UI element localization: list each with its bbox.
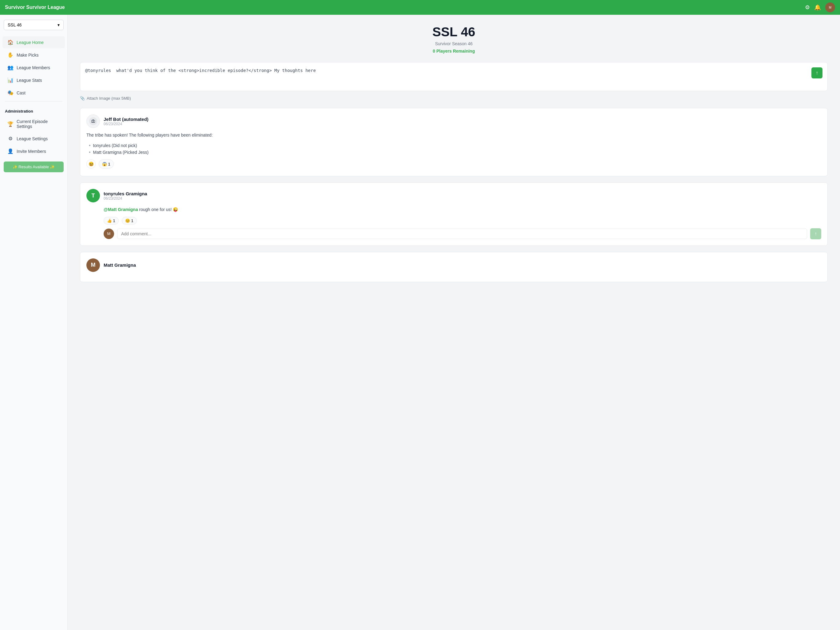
- sidebar-item-league-home[interactable]: 🏠 League Home: [2, 36, 65, 48]
- sidebar-item-label: Invite Members: [17, 149, 46, 154]
- topnav-icons: ⚙ 🔔 M: [805, 2, 835, 12]
- results-available-button[interactable]: ✨ Results Available ✨: [4, 161, 64, 172]
- stats-icon: 📊: [7, 77, 14, 83]
- invite-icon: 👤: [7, 148, 14, 154]
- league-select-value: SSL 46: [8, 22, 22, 27]
- gear-icon: ⚙: [7, 136, 14, 141]
- feed-card-jeffbot: Jeff Bot (automated) 06/23/2024 The trib…: [80, 108, 828, 176]
- compose-box: @tonyrules what'd you think of the <stro…: [80, 62, 828, 91]
- main-content: SSL 46 Survivor Season 46 0 Players Rema…: [68, 15, 840, 630]
- feed-author-info: tonyrules Gramigna 06/23/2024: [104, 191, 147, 201]
- sidebar-item-label: Cast: [17, 90, 25, 95]
- compose-submit-button[interactable]: ↑: [812, 67, 823, 78]
- feed-date: 06/23/2024: [104, 196, 147, 201]
- list-item: tonyrules (Did not pick): [89, 142, 821, 149]
- paperclip-icon: 📎: [80, 96, 85, 101]
- comment-row: M ↑: [104, 228, 821, 239]
- bell-icon[interactable]: 🔔: [814, 4, 821, 11]
- attach-label: Attach Image (max 5MB): [87, 96, 131, 101]
- feed-author-name: Jeff Bot (automated): [104, 117, 148, 122]
- cast-icon: 🎭: [7, 90, 14, 96]
- reaction-shocked[interactable]: 😱 1: [99, 159, 114, 169]
- reactions-row: 😆 😱 1: [87, 159, 821, 169]
- reply-text: rough one for us! 😜: [139, 207, 178, 212]
- app-title: Survivor Survivor League: [5, 5, 65, 10]
- admin-section-title: Administration: [0, 104, 67, 116]
- feed-date: 06/23/2024: [104, 122, 148, 126]
- picks-icon: ✋: [7, 52, 14, 58]
- jeffbot-avatar: [87, 114, 100, 128]
- svg-point-3: [93, 120, 95, 122]
- svg-rect-4: [93, 119, 94, 120]
- topnav: Survivor Survivor League ⚙ 🔔 M: [0, 0, 840, 15]
- chevron-down-icon: ▾: [57, 22, 60, 27]
- trophy-icon: 🏆: [7, 121, 14, 127]
- feed-author-info: Jeff Bot (automated) 06/23/2024: [104, 117, 148, 126]
- svg-point-2: [92, 120, 93, 122]
- players-remaining-badge: 0 Players Remaining: [80, 49, 828, 54]
- mattgramigna-avatar: M: [87, 258, 100, 272]
- feed-body: The tribe has spoken! The following play…: [87, 131, 821, 138]
- sidebar-item-label: League Members: [17, 65, 50, 70]
- eliminated-list: tonyrules (Did not pick) Matt Gramigna (…: [89, 142, 821, 156]
- feed-card-header: Jeff Bot (automated) 06/23/2024: [87, 114, 821, 128]
- robot-icon: [89, 117, 98, 125]
- app-layout: SSL 46 ▾ 🏠 League Home ✋ Make Picks 👥 Le…: [0, 15, 840, 630]
- sidebar-item-league-members[interactable]: 👥 League Members: [2, 62, 65, 73]
- reply-content: @Matt Gramigna rough one for us! 😜 👍 1 😊…: [104, 206, 821, 239]
- reactions-row: 👍 1 😊 1: [104, 217, 821, 225]
- feed-author-name: Matt Gramigna: [104, 263, 136, 268]
- sidebar-divider: [5, 101, 62, 101]
- feed-author-info: Matt Gramigna: [104, 263, 136, 268]
- sidebar-item-label: League Home: [17, 40, 44, 45]
- attach-image-row[interactable]: 📎 Attach Image (max 5MB): [80, 96, 828, 101]
- feed-card-header: T tonyrules Gramigna 06/23/2024: [87, 189, 821, 203]
- settings-icon[interactable]: ⚙: [805, 4, 810, 11]
- home-icon: 🏠: [7, 40, 14, 45]
- sidebar-nav: 🏠 League Home ✋ Make Picks 👥 League Memb…: [0, 36, 67, 99]
- comment-input[interactable]: [117, 229, 807, 239]
- sidebar-item-invite-members[interactable]: 👤 Invite Members: [2, 145, 65, 157]
- sidebar-item-cast[interactable]: 🎭 Cast: [2, 87, 65, 99]
- sidebar-item-label: Current Episode Settings: [17, 119, 60, 129]
- feed-card-header: M Matt Gramigna: [87, 258, 821, 272]
- commenter-avatar: M: [104, 229, 114, 239]
- feed-body: @Matt Gramigna rough one for us! 😜: [104, 206, 821, 213]
- compose-input[interactable]: @tonyrules what'd you think of the <stro…: [85, 67, 808, 86]
- feed-card-mattgramigna: M Matt Gramigna: [80, 252, 828, 282]
- reaction-smile[interactable]: 😊 1: [122, 217, 137, 225]
- feed-author-name: tonyrules Gramigna: [104, 191, 147, 196]
- sidebar-item-league-settings[interactable]: ⚙ League Settings: [2, 133, 65, 144]
- reaction-thumbsup[interactable]: 👍 1: [104, 217, 119, 225]
- comment-submit-button[interactable]: ↑: [810, 228, 821, 239]
- sidebar-item-league-stats[interactable]: 📊 League Stats: [2, 74, 65, 86]
- tonyrules-avatar: T: [87, 189, 100, 203]
- sidebar-item-make-picks[interactable]: ✋ Make Picks: [2, 49, 65, 61]
- add-reaction-button[interactable]: 😆: [87, 159, 96, 169]
- list-item: Matt Gramigna (Picked Jess): [89, 149, 821, 156]
- sidebar: SSL 46 ▾ 🏠 League Home ✋ Make Picks 👥 Le…: [0, 15, 68, 630]
- league-select[interactable]: SSL 46 ▾: [4, 20, 64, 30]
- sidebar-item-label: League Stats: [17, 78, 42, 83]
- mention-mattgramigna: @Matt Gramigna: [104, 207, 138, 212]
- sidebar-item-episode-settings[interactable]: 🏆 Current Episode Settings: [2, 116, 65, 132]
- page-header: SSL 46 Survivor Season 46 0 Players Rema…: [80, 25, 828, 54]
- user-avatar[interactable]: M: [825, 2, 835, 12]
- page-subtitle: Survivor Season 46: [80, 41, 828, 46]
- sidebar-item-label: League Settings: [17, 136, 47, 141]
- members-icon: 👥: [7, 65, 14, 70]
- feed-card-tonyrules: T tonyrules Gramigna 06/23/2024 @Matt Gr…: [80, 182, 828, 245]
- sidebar-item-label: Make Picks: [17, 52, 39, 57]
- page-title: SSL 46: [80, 25, 828, 40]
